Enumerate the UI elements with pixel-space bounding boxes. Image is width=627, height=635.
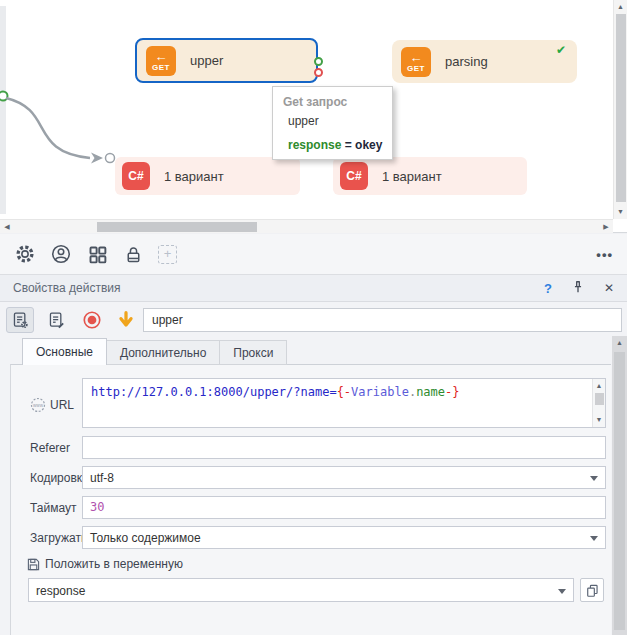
output-port-error[interactable] bbox=[314, 68, 323, 77]
node-csharp-2[interactable]: C# 1 вариант bbox=[333, 157, 527, 195]
copy-button[interactable] bbox=[580, 578, 604, 602]
tooltip-equals: = bbox=[341, 138, 355, 152]
record-icon-button[interactable] bbox=[78, 307, 106, 333]
referer-value bbox=[83, 437, 605, 441]
encoding-label: Кодировка bbox=[30, 471, 89, 485]
node-upper[interactable]: ← GET upper bbox=[135, 38, 318, 83]
action-properties-icon-button[interactable] bbox=[6, 307, 34, 333]
node-upper-label: upper bbox=[190, 53, 223, 68]
action-name-input[interactable] bbox=[143, 308, 622, 332]
timeout-label: Таймаут bbox=[30, 501, 76, 515]
url-field-label: www URL bbox=[30, 397, 74, 413]
tooltip-subtitle: upper bbox=[288, 114, 319, 128]
chevron-down-icon bbox=[590, 536, 598, 541]
chevron-down-icon bbox=[590, 476, 598, 481]
get-request-icon: ← GET bbox=[146, 46, 176, 76]
settings-gear-icon[interactable] bbox=[14, 243, 36, 265]
tab-proxy[interactable]: Прокси bbox=[220, 340, 287, 365]
scroll-down-arrow[interactable]: ▼ bbox=[593, 413, 605, 427]
scroll-left-arrow[interactable]: ◀ bbox=[0, 220, 14, 233]
scrollbar-thumb[interactable] bbox=[616, 14, 626, 202]
pin-icon[interactable] bbox=[571, 280, 585, 297]
url-scrollbar[interactable]: ▲ ▼ bbox=[592, 379, 605, 427]
tab-advanced[interactable]: Дополнительно bbox=[107, 340, 220, 365]
response-variable-select[interactable]: response bbox=[28, 578, 574, 602]
node-csharp-1[interactable]: C# 1 вариант bbox=[115, 157, 300, 195]
load-mode-label: Загружать bbox=[30, 531, 87, 545]
node-parsing-label: parsing bbox=[445, 54, 488, 69]
node-csharp2-label: 1 вариант bbox=[382, 169, 442, 184]
get-request-icon: ← GET bbox=[401, 47, 431, 77]
load-mode-select[interactable]: Только содержимое bbox=[82, 526, 606, 549]
csharp-icon: C# bbox=[340, 162, 368, 190]
url-textarea[interactable]: http://127.0.0.1:8000/upper/?name={-Vari… bbox=[82, 378, 606, 428]
properties-panel-header: Свойства действия ? ✕ bbox=[0, 274, 627, 302]
scrollbar-thumb[interactable] bbox=[614, 352, 625, 630]
referer-label: Referer bbox=[30, 441, 70, 455]
grid-view-icon[interactable] bbox=[86, 243, 108, 265]
scrollbar-thumb[interactable] bbox=[97, 222, 257, 232]
scrollbar-thumb[interactable] bbox=[595, 393, 604, 405]
edit-note-icon-button[interactable] bbox=[42, 307, 70, 333]
node-tooltip: Get запрос upper response = okey bbox=[272, 86, 393, 160]
user-profile-icon[interactable] bbox=[50, 243, 72, 265]
encoding-value: utf-8 bbox=[83, 467, 605, 485]
chevron-down-icon bbox=[558, 589, 566, 594]
scroll-down-arrow[interactable]: ▼ bbox=[614, 205, 627, 219]
panel-vertical-scrollbar[interactable]: ▲ bbox=[612, 336, 627, 635]
scroll-up-arrow[interactable]: ▲ bbox=[612, 336, 627, 350]
csharp-badge-label: C# bbox=[128, 169, 143, 183]
put-to-variable-label: Положить в переменную bbox=[45, 557, 183, 571]
tooltip-var-name: response bbox=[288, 138, 341, 152]
timeout-input[interactable]: 30 bbox=[82, 496, 606, 519]
globe-www-icon: www bbox=[30, 397, 46, 413]
svg-text:www: www bbox=[33, 403, 44, 408]
get-badge-label: GET bbox=[152, 64, 170, 72]
add-selection-icon: + bbox=[158, 245, 177, 264]
timeout-value: 30 bbox=[83, 497, 605, 514]
encoding-select[interactable]: utf-8 bbox=[82, 466, 606, 489]
response-variable-value: response bbox=[29, 579, 573, 598]
copy-icon bbox=[585, 583, 599, 597]
tooltip-var-value: okey bbox=[355, 138, 382, 152]
properties-panel: Основные Дополнительно Прокси www URL ht… bbox=[0, 302, 627, 635]
url-variable: Variable bbox=[351, 385, 409, 399]
more-options-button[interactable]: ••• bbox=[596, 247, 613, 262]
csharp-badge-label: C# bbox=[346, 169, 361, 183]
get-arrow-glyph: ← bbox=[155, 50, 168, 63]
load-mode-value: Только содержимое bbox=[83, 527, 605, 545]
url-brace-close: -} bbox=[445, 385, 459, 399]
close-icon[interactable]: ✕ bbox=[604, 281, 614, 295]
url-property: name bbox=[416, 385, 445, 399]
scroll-right-arrow[interactable]: ▶ bbox=[599, 220, 613, 234]
canvas-toolbar: + ••• bbox=[0, 234, 627, 274]
help-button[interactable]: ? bbox=[544, 281, 552, 296]
get-arrow-glyph: ← bbox=[410, 51, 423, 64]
tooltip-title: Get запрос bbox=[283, 95, 347, 109]
url-label-text: URL bbox=[50, 398, 74, 412]
output-port-success[interactable] bbox=[314, 57, 323, 66]
download-arrow-icon-button[interactable] bbox=[112, 307, 140, 333]
scroll-up-arrow[interactable]: ▲ bbox=[593, 379, 605, 393]
tab-main[interactable]: Основные bbox=[22, 338, 107, 365]
settings-tabs: Основные Дополнительно Прокси bbox=[22, 338, 287, 365]
panel-title: Свойства действия bbox=[13, 281, 120, 295]
flow-canvas[interactable]: ← GET upper ← GET parsing ✔ C# 1 вариант… bbox=[0, 0, 627, 233]
canvas-horizontal-scrollbar[interactable]: ◀ ▶ bbox=[0, 219, 613, 233]
get-badge-label: GET bbox=[407, 65, 425, 73]
tooltip-result: response = okey bbox=[288, 138, 382, 152]
success-check-icon: ✔ bbox=[556, 43, 566, 57]
save-floppy-icon bbox=[27, 558, 40, 571]
canvas-vertical-scrollbar[interactable]: ▲ ▼ bbox=[613, 0, 627, 219]
node-parsing[interactable]: ← GET parsing ✔ bbox=[392, 40, 577, 83]
lock-icon[interactable] bbox=[122, 243, 144, 265]
node-csharp1-label: 1 вариант bbox=[164, 169, 224, 184]
url-brace-open: {- bbox=[337, 385, 351, 399]
referer-input[interactable] bbox=[82, 436, 606, 459]
url-value: http://127.0.0.1:8000/upper/?name={-Vari… bbox=[83, 379, 605, 405]
put-to-variable-row[interactable]: Положить в переменную bbox=[27, 557, 183, 571]
canvas-left-strip bbox=[0, 6, 6, 214]
url-base: http://127.0.0.1:8000/upper/?name= bbox=[91, 385, 337, 399]
scroll-up-arrow[interactable]: ▲ bbox=[614, 0, 627, 14]
csharp-icon: C# bbox=[122, 162, 150, 190]
